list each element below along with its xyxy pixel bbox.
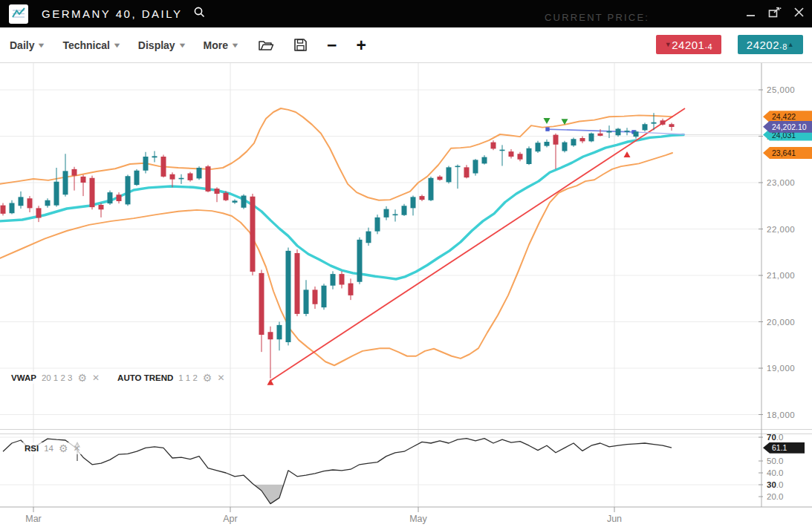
candle-body: [482, 157, 487, 164]
autotrend-indicator-label: AUTO TREND: [117, 373, 173, 382]
remove-icon[interactable]: ✕: [74, 443, 81, 454]
candle-body: [438, 177, 443, 180]
candle-body: [170, 174, 175, 180]
y-axis-label: 21,000: [767, 271, 795, 280]
title-bar: GERMANY 40, DAILY: [0, 0, 812, 27]
x-axis-label: Jun: [607, 514, 622, 524]
chevron-down-icon: ▼: [178, 42, 186, 49]
candle-body: [402, 206, 407, 215]
menu-technical[interactable]: Technical ▼: [62, 39, 120, 51]
rsi-axis-label: 70.0: [767, 433, 783, 442]
save-icon[interactable]: [293, 38, 308, 52]
chart-area[interactable]: 25,00024,00023,00022,00021,00020,00019,0…: [0, 63, 812, 530]
candle-body: [455, 166, 461, 168]
candle-body: [54, 182, 59, 206]
y-axis-label: 18,000: [767, 410, 795, 419]
candle-body: [10, 203, 15, 214]
zoom-out-icon[interactable]: −: [327, 38, 337, 53]
indicator-legend-main: VWAP 20 1 2 3 ⚙ ✕ AUTO TREND 1 1 2 ⚙ ✕: [7, 372, 228, 384]
y-axis-label: 19,000: [767, 364, 795, 373]
x-axis-label: Apr: [223, 514, 237, 524]
drawn-trendline: [548, 129, 634, 132]
candle-body: [126, 176, 131, 204]
menu-more[interactable]: More ▼: [204, 39, 238, 51]
rsi-axis-label: 40.0: [767, 468, 783, 477]
y-axis-label: 22,000: [767, 225, 795, 234]
sell-price-button[interactable]: ▼ 24201.4: [656, 35, 721, 54]
candle-body: [429, 178, 434, 200]
candle-body: [250, 197, 256, 272]
candle-body: [268, 332, 273, 339]
candle-body: [1, 206, 6, 214]
candle-body: [161, 157, 166, 177]
buy-arrow-up-icon: [267, 379, 274, 385]
candle-body: [580, 138, 585, 141]
candle-body: [607, 131, 612, 133]
candle-body: [206, 166, 211, 192]
candle-body: [179, 178, 184, 180]
trend-lines-layer[interactable]: [270, 108, 685, 381]
trendline-handle[interactable]: [545, 127, 549, 131]
rsi-panel-layer: [3, 439, 672, 504]
rsi-value-tag: 61.1: [763, 442, 805, 454]
candle-body: [491, 143, 496, 149]
auto-trend-line: [270, 108, 685, 381]
y-axis-label: 23,000: [767, 178, 795, 187]
vwap-indicator-params: 20 1 2 3: [42, 373, 73, 382]
zoom-in-icon[interactable]: +: [356, 38, 366, 53]
menu-timeframe-label: Daily: [10, 39, 34, 51]
candle-body: [63, 171, 68, 194]
candle-body: [536, 143, 541, 151]
candle-body: [366, 232, 371, 243]
candle-body: [108, 192, 113, 203]
candle-body: [259, 273, 264, 335]
open-folder-icon[interactable]: [258, 39, 274, 52]
candle-body: [384, 209, 389, 217]
x-axis-label: Mar: [25, 514, 42, 524]
vwap-upper-band-line: [0, 108, 672, 200]
candles-layer: [1, 113, 675, 379]
rsi-indicator-params: 14: [44, 444, 53, 453]
candle-body: [660, 120, 666, 125]
settings-gear-icon[interactable]: ⚙: [59, 444, 68, 453]
candle-body: [313, 289, 318, 304]
candle-body: [188, 174, 193, 180]
remove-icon[interactable]: ✕: [217, 373, 224, 383]
candle-body: [90, 178, 95, 207]
candle-body: [562, 143, 568, 151]
sell-price-int: 24201: [672, 39, 704, 51]
chevron-down-icon: ▼: [37, 42, 46, 49]
candle-body: [571, 139, 576, 145]
candle-body: [509, 151, 514, 157]
indicator-legend-rsi: RSI 14 ⚙ ✕: [21, 442, 85, 454]
settings-gear-icon[interactable]: ⚙: [77, 373, 87, 382]
price-chart-svg[interactable]: 25,00024,00023,00022,00021,00020,00019,0…: [0, 63, 812, 530]
axes-layer: 25,00024,00023,00022,00021,00020,00019,0…: [0, 63, 812, 524]
buy-arrow-up-icon: [624, 151, 631, 157]
remove-icon[interactable]: ✕: [92, 373, 100, 383]
candle-body: [99, 205, 104, 209]
price-up-arrow-icon: ▲: [787, 42, 794, 48]
y-axis-label: 25,000: [767, 85, 795, 94]
candle-body: [340, 274, 345, 284]
close-icon[interactable]: [793, 7, 805, 21]
minimize-icon[interactable]: [746, 7, 756, 21]
rsi-line: [3, 439, 672, 504]
candle-body: [464, 167, 470, 177]
settings-gear-icon[interactable]: ⚙: [203, 373, 212, 382]
menu-display[interactable]: Display ▼: [138, 39, 186, 51]
candle-body: [446, 167, 452, 182]
vwap-lower-band-line: [0, 153, 672, 365]
candle-body: [669, 124, 675, 127]
candle-body: [134, 171, 140, 185]
popout-icon[interactable]: [768, 7, 782, 22]
candle-body: [473, 160, 478, 173]
candle-body: [143, 157, 149, 171]
search-icon[interactable]: [193, 6, 206, 22]
menu-timeframe[interactable]: Daily ▼: [10, 39, 45, 51]
rsi-axis-label: 50.0: [767, 457, 783, 465]
menu-technical-label: Technical: [62, 39, 110, 51]
candle-body: [295, 253, 300, 314]
candle-body: [500, 150, 505, 151]
buy-price-button[interactable]: 24202.8 ▲: [738, 35, 803, 54]
